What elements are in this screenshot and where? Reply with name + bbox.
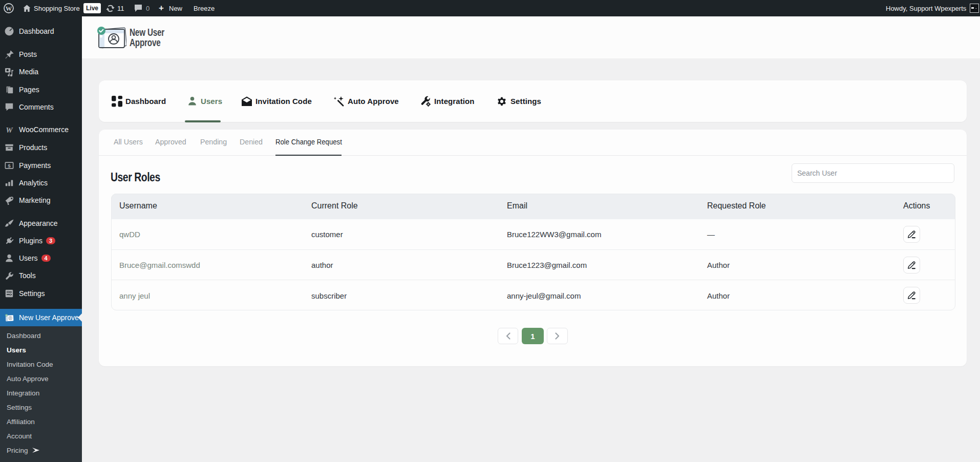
svg-text:$: $ — [8, 163, 11, 169]
svg-text:W: W — [6, 125, 13, 134]
svg-text:W: W — [6, 5, 12, 12]
